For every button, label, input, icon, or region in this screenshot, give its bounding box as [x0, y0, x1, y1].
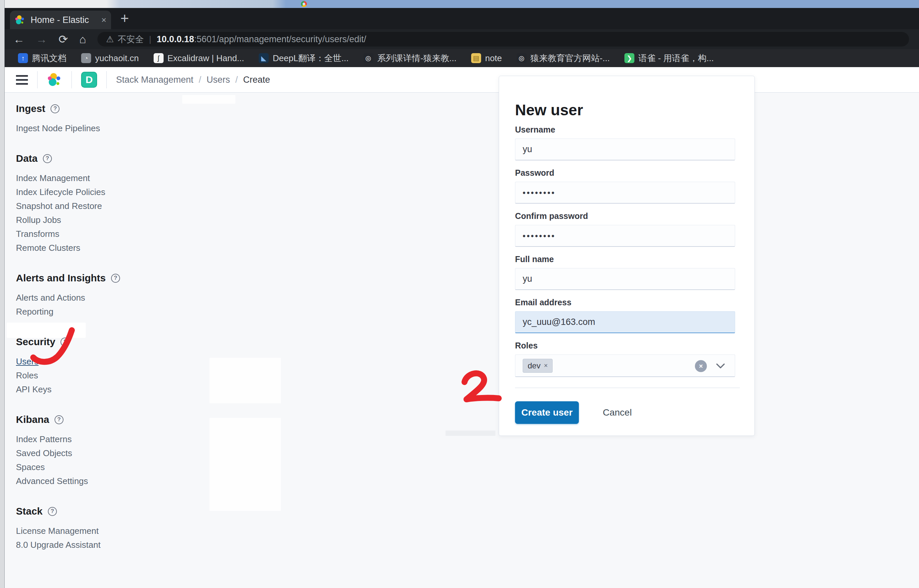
help-icon[interactable]: ? — [55, 415, 63, 424]
help-icon[interactable]: ? — [50, 104, 60, 113]
blur-smudge — [209, 418, 281, 511]
sidebar-item-index-lifecycle-policies[interactable]: Index Lifecycle Policies — [16, 185, 168, 199]
security-warning-icon[interactable]: ⚠ — [106, 34, 114, 45]
section-alerts-insights: Alerts and Insights ? Alerts and Actions… — [16, 272, 168, 318]
bookmark-yuque[interactable]: ❯ 语雀 - 用语雀，构... — [624, 52, 714, 64]
section-data: Data ? Index Management Index Lifecycle … — [16, 152, 168, 255]
section-ingest: Ingest ? Ingest Node Pipelines — [16, 103, 168, 135]
yuanlai-icon: ◎ — [517, 53, 527, 63]
new-user-panel: New user Username yu Password •••••••• C… — [499, 76, 755, 436]
breadcrumb-create: Create — [243, 75, 270, 85]
browser-toolbar: ← → ⟳ ⌂ ⚠ 不安全 | 10.0.0.18 :5601/app/mana… — [5, 29, 919, 49]
tab-title: Home - Elastic — [31, 15, 99, 25]
background-window-edge — [0, 0, 5, 588]
bookmark-note[interactable]: ▤ note — [471, 53, 502, 63]
sidebar-item-upgrade-assistant[interactable]: 8.0 Upgrade Assistant — [16, 538, 168, 552]
full-name-field[interactable]: yu — [515, 268, 735, 290]
space-avatar[interactable]: D — [81, 72, 97, 88]
chip-remove-icon[interactable]: × — [544, 362, 548, 370]
cancel-button[interactable]: Cancel — [603, 401, 632, 424]
blur-smudge — [209, 358, 281, 403]
section-title: Security — [16, 336, 55, 348]
bookmark-yuchaoit[interactable]: ◔ yuchaoit.cn — [81, 53, 139, 63]
sidebar-item-index-management[interactable]: Index Management — [16, 171, 168, 185]
roles-group: Roles dev × × — [515, 341, 735, 377]
back-icon[interactable]: ← — [13, 33, 24, 46]
bookmark-course-detail[interactable]: ◎ 系列课详情-猿来教... — [363, 52, 457, 64]
sidebar-item-roles[interactable]: Roles — [16, 368, 168, 382]
sidebar-item-ingest-node-pipelines[interactable]: Ingest Node Pipelines — [16, 121, 168, 135]
forward-icon[interactable]: → — [36, 33, 47, 46]
section-title: Ingest — [16, 103, 45, 115]
bookmark-excalidraw[interactable]: ʃ Excalidraw | Hand... — [154, 53, 245, 63]
elastic-logo-icon[interactable] — [47, 72, 62, 87]
sidebar-item-license-management[interactable]: License Management — [16, 524, 168, 538]
url-path: :5601/app/management/security/users/edit… — [194, 34, 366, 45]
header-divider — [71, 71, 72, 88]
password-field[interactable]: •••••••• — [515, 182, 735, 204]
username-field[interactable]: yu — [515, 139, 735, 160]
header-divider — [106, 71, 107, 88]
tab-close-icon[interactable]: × — [101, 15, 106, 25]
breadcrumb-stack-management[interactable]: Stack Management — [116, 75, 193, 85]
clear-selection-icon[interactable]: × — [695, 360, 707, 372]
management-sidebar: Ingest ? Ingest Node Pipelines Data ? In… — [11, 93, 168, 552]
kibana-header: D Stack Management / Users / Create — [5, 67, 919, 93]
sidebar-item-transforms[interactable]: Transforms — [16, 227, 168, 241]
breadcrumb: Stack Management / Users / Create — [116, 75, 270, 85]
kibana-app: D Stack Management / Users / Create Inge… — [5, 67, 919, 588]
confirm-password-field[interactable]: •••••••• — [515, 225, 735, 247]
url-bar[interactable]: ⚠ 不安全 | 10.0.0.18 :5601/app/management/s… — [97, 32, 909, 47]
sidebar-item-users[interactable]: Users — [16, 354, 168, 368]
blur-smudge — [446, 431, 495, 436]
browser-chrome: Home - Elastic × + ← → ⟳ ⌂ ⚠ 不安全 | 10.0.… — [5, 8, 919, 67]
role-chip-dev[interactable]: dev × — [523, 359, 553, 373]
sidebar-item-alerts-and-actions[interactable]: Alerts and Actions — [16, 291, 168, 305]
tab-strip: Home - Elastic × + — [5, 8, 919, 29]
url-host: 10.0.0.18 — [157, 34, 194, 45]
sidebar-item-advanced-settings[interactable]: Advanced Settings — [16, 474, 168, 488]
sidebar-item-api-keys[interactable]: API Keys — [16, 382, 168, 396]
roles-combobox[interactable]: dev × × — [515, 354, 735, 377]
header-divider — [37, 71, 37, 88]
bookmark-deepl[interactable]: ◣ DeepL翻译：全世... — [259, 52, 348, 64]
home-icon[interactable]: ⌂ — [79, 33, 86, 46]
deepl-icon: ◣ — [259, 53, 269, 63]
chrome-logo-icon — [301, 1, 307, 7]
sidebar-item-spaces[interactable]: Spaces — [16, 460, 168, 474]
bookmark-tencent-docs[interactable]: ↑ 腾讯文档 — [18, 52, 66, 64]
sidebar-item-index-patterns[interactable]: Index Patterns — [16, 432, 168, 446]
sidebar-item-snapshot-and-restore[interactable]: Snapshot and Restore — [16, 199, 168, 213]
username-label: Username — [515, 125, 735, 134]
form-divider — [515, 388, 740, 388]
bookmark-yuanlai-edu[interactable]: ◎ 猿来教育官方网站-... — [517, 52, 610, 64]
sidebar-item-remote-clusters[interactable]: Remote Clusters — [16, 241, 168, 255]
tencent-docs-icon: ↑ — [18, 53, 28, 63]
roles-label: Roles — [515, 341, 735, 351]
security-label: 不安全 — [118, 34, 144, 45]
browser-tab[interactable]: Home - Elastic × — [10, 11, 111, 29]
breadcrumb-users[interactable]: Users — [206, 75, 230, 85]
page-title: New user — [515, 101, 583, 119]
email-group: Email address yc_uuu@163.com — [515, 298, 735, 333]
background-window-strip — [0, 0, 919, 8]
chevron-down-icon[interactable] — [715, 363, 726, 370]
email-field[interactable]: yc_uuu@163.com — [515, 311, 735, 333]
confirm-password-group: Confirm password •••••••• — [515, 211, 735, 247]
sidebar-item-saved-objects[interactable]: Saved Objects — [16, 446, 168, 460]
section-stack: Stack ? License Management 8.0 Upgrade A… — [16, 505, 168, 552]
help-icon[interactable]: ? — [111, 274, 120, 283]
username-group: Username yu — [515, 125, 735, 160]
confirm-password-label: Confirm password — [515, 211, 735, 221]
sidebar-item-reporting[interactable]: Reporting — [16, 305, 168, 318]
new-tab-button[interactable]: + — [120, 10, 129, 27]
help-icon[interactable]: ? — [60, 338, 70, 346]
reload-icon[interactable]: ⟳ — [58, 32, 68, 46]
create-user-button[interactable]: Create user — [515, 401, 579, 424]
menu-hamburger-icon[interactable] — [16, 75, 28, 85]
help-icon[interactable]: ? — [43, 154, 52, 163]
sidebar-item-rollup-jobs[interactable]: Rollup Jobs — [16, 213, 168, 227]
full-name-label: Full name — [515, 254, 735, 264]
bookmarks-bar: ↑ 腾讯文档 ◔ yuchaoit.cn ʃ Excalidraw | Hand… — [5, 49, 919, 67]
help-icon[interactable]: ? — [48, 507, 57, 516]
